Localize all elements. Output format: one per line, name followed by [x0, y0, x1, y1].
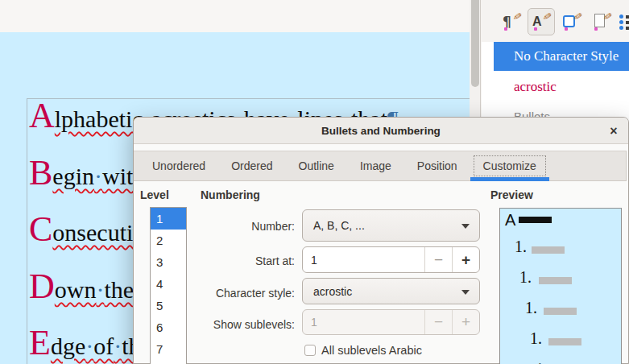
- paragraph-styles-icon: ¶✎: [503, 13, 520, 31]
- level-item[interactable]: 7: [151, 338, 186, 360]
- dialog-title: Bullets and Numbering: [321, 125, 441, 137]
- preview-number: A: [505, 212, 515, 228]
- decrement-icon[interactable]: −: [424, 247, 452, 272]
- space-mark-icon: ·: [85, 333, 93, 359]
- preview-text-bar: [532, 246, 565, 254]
- tab-image[interactable]: Image: [360, 159, 391, 172]
- tab-unordered[interactable]: Unordered: [152, 159, 205, 172]
- frame-styles-icon: ✎: [563, 13, 581, 31]
- preview-text-bar: [544, 308, 577, 315]
- dropdown-arrow-icon: [461, 224, 470, 229]
- tab-customize[interactable]: Customize: [474, 155, 546, 176]
- space-mark-icon: ·: [94, 163, 102, 189]
- page-styles-button[interactable]: ✎: [588, 8, 615, 35]
- space-mark-icon: ·: [96, 276, 104, 303]
- character-styles-button[interactable]: A✎: [528, 8, 555, 35]
- number-dropdown[interactable]: A, B, C, ...: [302, 209, 480, 242]
- numbering-preview: A1.1.1.1.1.: [499, 208, 622, 364]
- bullets-numbering-dialog: Bullets and Numbering × UnorderedOrdered…: [133, 117, 629, 364]
- acrostic-initial: A: [29, 96, 55, 135]
- start-at-label: Start at:: [182, 254, 295, 267]
- acrostic-initial: C: [29, 209, 52, 249]
- preview-text-bar: [548, 338, 581, 345]
- decrement-icon: −: [424, 310, 452, 334]
- all-sublevels-arabic-label: All sublevels Arabic: [321, 344, 422, 357]
- list-styles-button[interactable]: [615, 8, 629, 35]
- preview-number: 1.: [536, 361, 548, 364]
- misspelled-text: own·the·: [55, 276, 142, 303]
- character-style-dropdown[interactable]: acrostic: [302, 278, 480, 304]
- level-item[interactable]: 6: [151, 316, 186, 338]
- all-sublevels-arabic-checkbox[interactable]: [304, 345, 316, 356]
- document-scrollbar-thumb[interactable]: [471, 0, 479, 87]
- styles-toolbar: ¶✎ A✎ ✎ ✎: [481, 0, 629, 42]
- numbering-section-label: Numbering: [201, 188, 260, 201]
- preview-number: 1.: [515, 238, 527, 254]
- increment-icon: +: [452, 310, 479, 334]
- level-item[interactable]: 4: [151, 273, 186, 295]
- character-style-value: acrostic: [313, 285, 352, 298]
- show-sublevels-spinner: 1 − +: [302, 309, 480, 335]
- number-label: Number:: [182, 220, 295, 233]
- misspelled-text: egin·with: [52, 163, 145, 189]
- page-styles-icon: ✎: [593, 13, 610, 31]
- preview-number: 1.: [530, 330, 542, 346]
- list-styles-icon: [619, 13, 629, 31]
- character-styles-icon: A✎: [532, 13, 550, 31]
- number-value: A, B, C, ...: [313, 219, 365, 232]
- tab-position[interactable]: Position: [417, 159, 457, 172]
- preview-number: 1.: [519, 269, 532, 285]
- increment-icon[interactable]: +: [452, 247, 479, 272]
- dialog-titlebar[interactable]: Bullets and Numbering ×: [134, 118, 628, 144]
- dialog-tabstrip: UnorderedOrderedOutlineImagePositionCust…: [134, 151, 627, 181]
- level-item[interactable]: 5: [151, 295, 186, 316]
- acrostic-initial: D: [29, 267, 55, 306]
- character-style-label: Character style:: [182, 287, 295, 300]
- style-list-item[interactable]: No Character Style: [494, 42, 629, 71]
- level-item[interactable]: 3: [151, 251, 186, 273]
- show-sublevels-value: 1: [303, 310, 424, 334]
- show-sublevels-label: Show sublevels:: [182, 318, 295, 331]
- space-mark-icon: ·: [114, 333, 122, 359]
- preview-number: 1.: [525, 300, 537, 316]
- close-icon[interactable]: ×: [604, 122, 623, 141]
- level-item[interactable]: 8: [151, 360, 186, 364]
- level-item[interactable]: 2: [151, 230, 186, 251]
- acrostic-initial: B: [29, 153, 52, 192]
- frame-styles-button[interactable]: ✎: [558, 8, 586, 35]
- level-item[interactable]: 1: [151, 208, 186, 230]
- preview-text-bar: [539, 277, 572, 284]
- start-at-value[interactable]: 1: [303, 247, 424, 272]
- start-at-spinner[interactable]: 1 − +: [302, 246, 480, 273]
- tab-ordered[interactable]: Ordered: [231, 159, 272, 172]
- style-list-item[interactable]: acrostic: [494, 72, 629, 101]
- acrostic-initial: E: [29, 323, 51, 362]
- dropdown-arrow-icon: [461, 290, 470, 295]
- paragraph-styles-button[interactable]: ¶✎: [498, 8, 525, 35]
- preview-text-bar: [519, 217, 552, 223]
- tab-outline[interactable]: Outline: [299, 159, 334, 172]
- preview-section-label: Preview: [490, 188, 533, 201]
- level-section-label: Level: [140, 188, 169, 201]
- text-frame-border-left: [27, 98, 27, 364]
